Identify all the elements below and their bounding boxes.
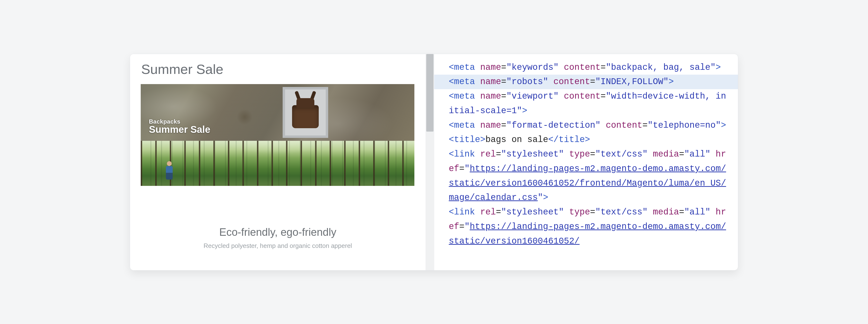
preview-source-card: Summer Sale Backpacks Summer Sale Eco-fr…	[130, 54, 738, 270]
backpack-product-image	[283, 87, 328, 138]
promo-heading: Eco-friendly, ego-friendly	[130, 226, 426, 238]
hero-banner-forest[interactable]	[141, 141, 414, 186]
stylesheet-link[interactable]: https://landing-pages-m2.magento-demo.am…	[449, 222, 726, 246]
code-line-title[interactable]: <title>bags on sale</title>	[449, 132, 727, 147]
promo-subheading: Recycled polyester, hemp and organic cot…	[130, 242, 426, 249]
page-preview-panel: Summer Sale Backpacks Summer Sale Eco-fr…	[130, 54, 426, 270]
hero-banner-backpacks[interactable]: Backpacks Summer Sale	[141, 84, 414, 141]
code-line-link-calendar-css[interactable]: <link rel="stylesheet" type="text/css" m…	[449, 147, 727, 205]
preview-scrollbar-track[interactable]	[426, 54, 434, 270]
code-line-meta-viewport[interactable]: <meta name="viewport" content="width=dev…	[449, 89, 727, 118]
code-line-meta-keywords[interactable]: <meta name="keywords" content="backpack,…	[449, 60, 727, 75]
code-line-meta-robots[interactable]: <meta name="robots" content="INDEX,FOLLO…	[434, 75, 738, 89]
hero-banner-text: Backpacks Summer Sale	[149, 118, 210, 135]
hero-banner-headline: Summer Sale	[149, 124, 210, 135]
app-root: Summer Sale Backpacks Summer Sale Eco-fr…	[0, 0, 868, 324]
page-source-panel[interactable]: <meta name="keywords" content="backpack,…	[434, 54, 738, 270]
page-title: Summer Sale	[141, 61, 223, 77]
code-line-meta-format-detection[interactable]: <meta name="format-detection" content="t…	[449, 118, 727, 133]
hiker-figure	[165, 161, 174, 180]
code-line-link-css-partial[interactable]: <link rel="stylesheet" type="text/css" m…	[449, 205, 727, 248]
promo-copy-block: Eco-friendly, ego-friendly Recycled poly…	[130, 226, 426, 249]
stylesheet-link[interactable]: https://landing-pages-m2.magento-demo.am…	[449, 164, 726, 203]
preview-scrollbar-thumb[interactable]	[426, 54, 434, 131]
